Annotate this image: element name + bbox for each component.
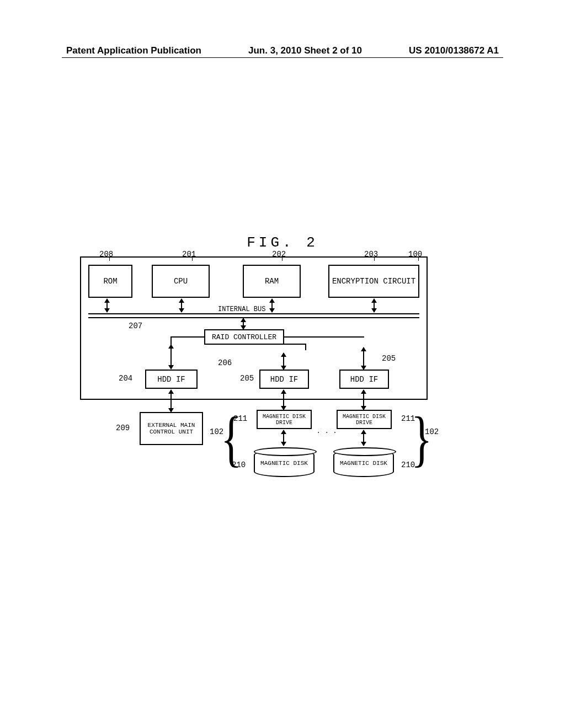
ref-205b: 205 bbox=[382, 354, 396, 363]
arrow-enc-bus bbox=[374, 299, 375, 312]
arrow-hdd2-mdd1 bbox=[283, 390, 284, 410]
ref-205a: 205 bbox=[240, 374, 254, 383]
header-right: US 2010/0138672 A1 bbox=[409, 45, 499, 56]
mag-disk-drive-1: MAGNETIC DISK DRIVE bbox=[257, 410, 312, 429]
ref-209: 209 bbox=[116, 424, 130, 432]
curly-left: { bbox=[221, 408, 242, 469]
ram-block: RAM bbox=[243, 265, 301, 298]
arrow-rom-bus bbox=[106, 299, 108, 312]
arrow-hdd1-ext bbox=[170, 390, 172, 412]
internal-bus-top bbox=[88, 313, 419, 314]
hdd-if-1: HDD IF bbox=[145, 370, 198, 389]
arrow-bus-raid bbox=[243, 318, 244, 329]
hdd-if-3: HDD IF bbox=[339, 370, 389, 389]
magnetic-disk-2: MAGNETIC DISK bbox=[333, 449, 394, 477]
internal-bus-bottom bbox=[88, 317, 419, 318]
raid-controller-block: RAID CONTROLLER bbox=[204, 329, 284, 345]
bus-label: INTERNAL BUS bbox=[218, 306, 265, 313]
figure-title: FIG. 2 bbox=[0, 234, 565, 251]
ref-204: 204 bbox=[119, 374, 132, 383]
arrow-raid-hdd1 bbox=[170, 345, 172, 369]
ref-206: 206 bbox=[218, 358, 232, 367]
arrow-cpu-bus bbox=[181, 299, 182, 312]
arrow-raid-hdd3 bbox=[363, 347, 364, 370]
diagram-fig2: 208 201 202 203 100 ROM CPU RAM ENCRYPTI… bbox=[80, 251, 494, 488]
ellipsis-dots: · · · bbox=[317, 427, 338, 437]
header-rule bbox=[62, 57, 503, 58]
mag-disk-drive-2: MAGNETIC DISK DRIVE bbox=[337, 410, 392, 429]
arrow-raid-hdd2 bbox=[283, 353, 284, 370]
arrow-ram-bus bbox=[271, 299, 273, 312]
hdd-if-2: HDD IF bbox=[259, 370, 309, 389]
magnetic-disk-1: MAGNETIC DISK bbox=[254, 449, 315, 477]
arrow-hdd3-mdd2 bbox=[363, 390, 364, 410]
ref-207: 207 bbox=[129, 322, 142, 330]
curly-right: } bbox=[411, 408, 432, 469]
arrow-mdd1-disk1 bbox=[283, 430, 284, 446]
header-left: Patent Application Publication bbox=[66, 45, 201, 56]
rom-block: ROM bbox=[88, 265, 132, 298]
header-center: Jun. 3, 2010 Sheet 2 of 10 bbox=[248, 45, 362, 56]
encryption-block: ENCRYPTION CIRCUIT bbox=[328, 265, 419, 298]
arrow-mdd2-disk2 bbox=[363, 430, 364, 446]
cpu-block: CPU bbox=[152, 265, 210, 298]
external-main-control: EXTERNAL MAIN CONTROL UNIT bbox=[140, 412, 203, 445]
ref-102b: 102 bbox=[425, 427, 439, 436]
page-header: Patent Application Publication Jun. 3, 2… bbox=[0, 45, 565, 56]
ref-102a: 102 bbox=[210, 427, 223, 436]
